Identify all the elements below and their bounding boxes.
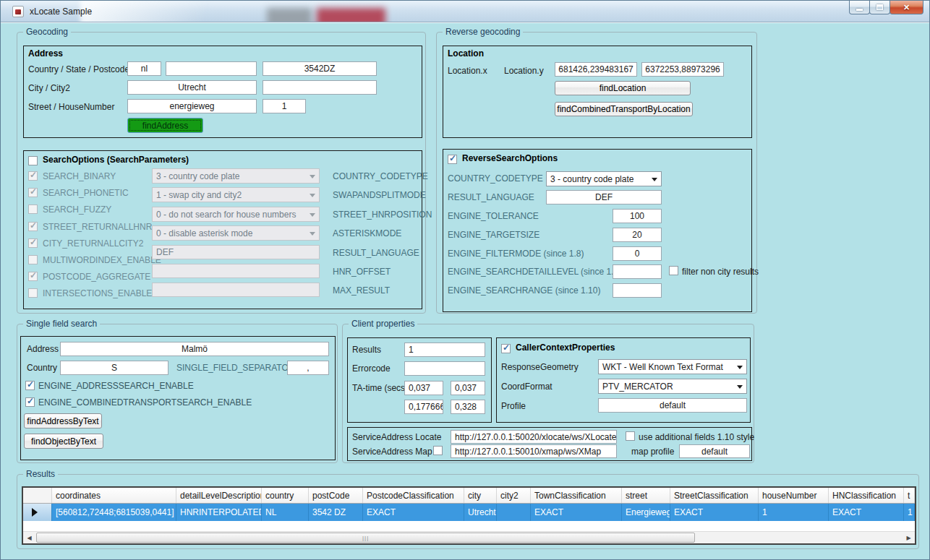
col-city2[interactable]: city2 (497, 488, 531, 503)
checkbox-multiwordindex-enable[interactable] (28, 255, 38, 264)
col-street-classification[interactable]: StreetClassification (670, 488, 759, 503)
find-object-by-text-button[interactable]: findObjectByText (24, 434, 103, 449)
map-profile-field[interactable]: default (679, 444, 750, 458)
horizontal-scrollbar[interactable]: ◀ ||| ▶ (23, 531, 915, 543)
asteriskmode-select[interactable]: 0 - disable asterisk mode (152, 225, 320, 241)
engine-addresssearch-enable-checkbox[interactable] (25, 381, 35, 390)
street-hnrposition-select[interactable]: 0 - do not search for house numbers (152, 207, 320, 222)
state-field[interactable] (166, 61, 257, 76)
sfs-address-field[interactable]: Malmö (60, 342, 329, 356)
ta-time-field-3[interactable]: 0,177666 (404, 400, 443, 414)
close-button[interactable]: ✕ (890, 1, 923, 14)
checkbox-intersections-enable[interactable] (28, 288, 38, 298)
checkbox-search-fuzzy[interactable] (28, 204, 38, 214)
minimize-button[interactable] (849, 1, 870, 14)
house-number-field[interactable]: 1 (263, 99, 306, 113)
engine-filtermode-field[interactable]: 0 (613, 246, 662, 261)
country-field[interactable]: nl (127, 61, 161, 76)
param-label-max-result: MAX_RESULT (333, 285, 390, 296)
swapandsplitmode-select[interactable]: 1 - swap city and city2 (152, 187, 320, 202)
scrollbar-thumb[interactable]: ||| (36, 533, 695, 543)
street-field[interactable]: energieweg (127, 99, 257, 113)
ta-time-field-2[interactable]: 0,037 (451, 381, 485, 395)
engine-targetsize-field[interactable]: 20 (613, 228, 662, 242)
col-postcode-classification[interactable]: PostcodeClassification (363, 488, 464, 503)
ta-time-field-1[interactable]: 0,037 (404, 381, 443, 395)
col-city[interactable]: city (464, 488, 497, 503)
caller-context-checkbox[interactable] (501, 344, 511, 353)
scrollbar-track[interactable]: ||| (35, 532, 903, 543)
single-field-search-caption: Single field search (23, 319, 100, 329)
results-row-selected[interactable]: [560812,72448;6815039,0441] HNRINTERPOLA… (23, 504, 915, 521)
find-location-button[interactable]: findLocation (555, 81, 691, 95)
title-bar[interactable]: xLocate Sample ✕ (1, 1, 929, 22)
ta-time-field-4[interactable]: 0,328 (451, 400, 485, 414)
sfs-separators-field[interactable]: , (287, 361, 329, 375)
country-codetype-select[interactable]: 3 - country code plate (152, 168, 320, 184)
rev-result-language-field[interactable]: DEF (546, 190, 662, 204)
col-country[interactable]: country (262, 488, 309, 503)
rev-label-engine-tolerance: ENGINE_TOLERANCE (448, 211, 539, 221)
checkbox-street-returnallhnr[interactable] (28, 222, 38, 231)
errorcode-field[interactable] (404, 361, 485, 376)
col-housenumber[interactable]: houseNumber (759, 488, 829, 503)
service-address-map-field[interactable]: http://127.0.0.1:50010/xmap/ws/XMap (451, 444, 617, 458)
reverse-geocoding-group: Reverse geocoding Location Location.x Lo… (436, 32, 757, 314)
location-y-field[interactable]: 6372253,88973296 (641, 62, 724, 77)
rev-label-engine-searchrange: ENGINE_SEARCHRANGE (since 1.10) (448, 285, 600, 296)
rev-country-codetype-select[interactable]: 3 - country code plate (546, 171, 662, 186)
row-selector-header[interactable] (23, 488, 52, 503)
checkbox-postcode-aggregate[interactable] (28, 272, 38, 281)
engine-searchdetaillevel-field[interactable] (613, 264, 662, 279)
sfs-country-field[interactable]: S (60, 361, 168, 375)
param-label-street-hnrposition: STREET_HNRPOSITION (333, 210, 432, 220)
engine-combinedtransportsearch-enable-checkbox[interactable] (25, 397, 35, 407)
reverse-search-options-checkbox[interactable] (448, 155, 457, 164)
col-detaillevel[interactable]: detailLevelDescription (176, 488, 262, 503)
response-geometry-select[interactable]: WKT - Well Known Text Format (598, 359, 747, 374)
hnr-offset-field[interactable] (152, 264, 320, 278)
col-postcode[interactable]: postCode (309, 488, 363, 503)
service-address-locate-field[interactable]: http://127.0.0.1:50020/xlocate/ws/XLocat… (451, 430, 617, 444)
coord-format-select[interactable]: PTV_MERCATOR (598, 379, 747, 394)
postcode-field[interactable]: 3542DZ (263, 61, 377, 76)
search-options-checkbox[interactable] (28, 156, 38, 165)
result-language-field[interactable]: DEF (152, 245, 320, 259)
col-truncated[interactable]: t (904, 488, 915, 503)
city2-field[interactable] (263, 80, 377, 95)
results-group: Results coordinates detailLevelDescripti… (17, 474, 919, 549)
checkbox-search-binary[interactable] (28, 171, 38, 181)
address-panel: Address Country / State / Postcode nl 35… (23, 46, 422, 138)
checkbox-city-returnallcity2[interactable] (28, 238, 38, 248)
coord-format-label: CoordFormat (501, 382, 553, 392)
col-hn-classification[interactable]: HNClassification (829, 488, 904, 503)
scroll-right-arrow-icon[interactable]: ▶ (903, 532, 915, 543)
engine-searchrange-field[interactable] (613, 283, 662, 298)
max-result-field[interactable] (152, 283, 320, 297)
checkbox-search-phonetic[interactable] (28, 188, 38, 197)
city-city2-label: City / City2 (28, 83, 70, 93)
col-coordinates[interactable]: coordinates (52, 488, 176, 503)
scroll-left-arrow-icon[interactable]: ◀ (23, 532, 35, 543)
results-count-field[interactable]: 1 (404, 343, 485, 357)
param-label-hnr-offset: HNR_OFFSET (333, 267, 391, 277)
maximize-button[interactable] (869, 1, 890, 14)
col-street[interactable]: street (622, 488, 670, 503)
city-field[interactable]: Utrecht (127, 80, 257, 95)
service-address-map-checkbox[interactable] (433, 446, 443, 455)
location-title: Location (448, 48, 484, 59)
find-address-by-text-button[interactable]: findAddressByText (24, 413, 102, 428)
app-icon[interactable] (12, 6, 24, 17)
profile-field[interactable]: default (598, 398, 747, 413)
location-x-field[interactable]: 681426,239483167 (555, 62, 637, 77)
filter-non-city-results-checkbox[interactable] (669, 266, 678, 275)
find-combined-transport-button[interactable]: findCombinedTransportByLocation (555, 102, 693, 116)
row-selector-cell[interactable] (23, 504, 52, 521)
use-additional-fields-checkbox[interactable] (626, 431, 635, 441)
col-town-classification[interactable]: TownClassification (531, 488, 622, 503)
engine-tolerance-field[interactable]: 100 (613, 209, 662, 223)
reverse-search-options-title: ReverseSearchOptions (462, 153, 558, 163)
cell-postcode: 3542 DZ (309, 504, 363, 521)
sfs-address-label: Address (27, 344, 59, 354)
find-address-button[interactable]: findAddress (127, 118, 203, 133)
